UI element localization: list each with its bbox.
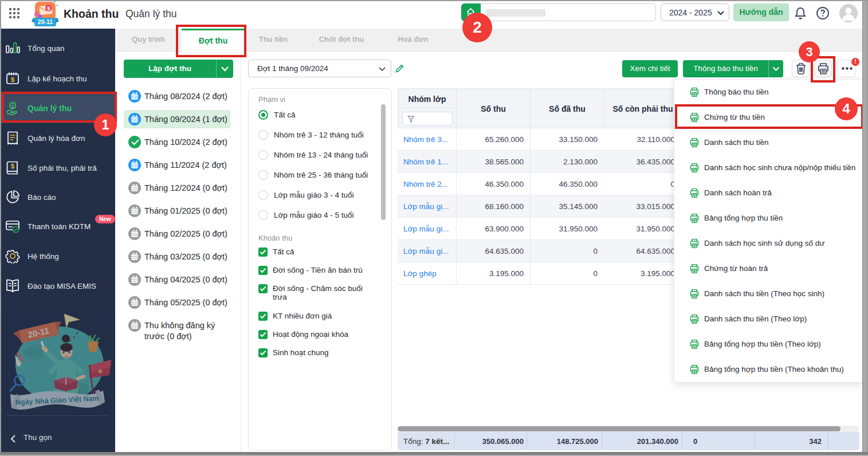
- svg-text:$: $: [47, 6, 50, 11]
- svg-text:$: $: [11, 76, 14, 83]
- svg-text:$: $: [11, 163, 14, 170]
- svg-text:20-11: 20-11: [38, 18, 53, 25]
